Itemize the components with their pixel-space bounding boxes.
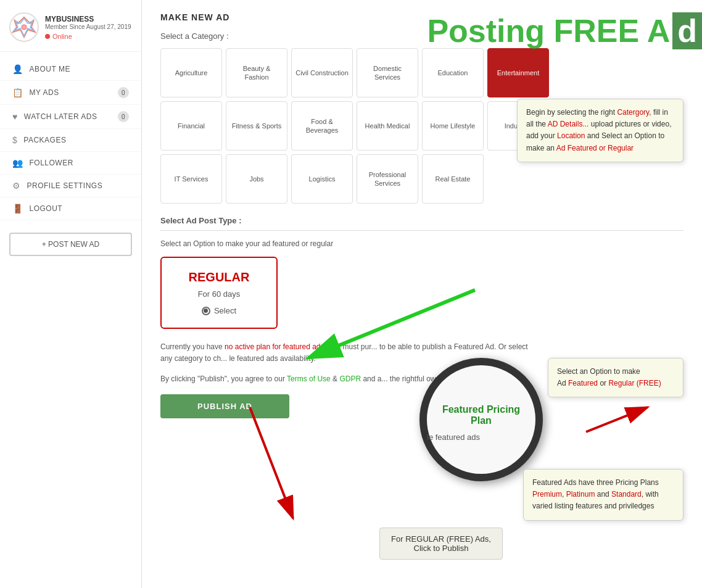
category-education[interactable]: Education xyxy=(422,48,484,97)
sidebar-item-logout[interactable]: 🚪 LOGOUT xyxy=(0,197,141,220)
sidebar-item-watchlater[interactable]: ♥ WATCH LATER ADS 0 xyxy=(0,105,141,129)
category-realestate[interactable]: Real Estate xyxy=(422,154,484,204)
sidebar-item-label: PACKAGES xyxy=(23,136,66,144)
dollar-icon: $ xyxy=(12,135,17,145)
tooltip-pricing-plans: Featured Ads have three Pricing Plans Pr… xyxy=(523,469,683,521)
banner-block: d xyxy=(672,12,702,49)
radio-dot-inner xyxy=(204,308,208,313)
magnifying-glass: Featured Pricing Plan le featured ads xyxy=(419,358,543,481)
category-health[interactable]: Health Medical xyxy=(357,101,418,151)
category-agriculture[interactable]: Agriculture xyxy=(160,48,222,97)
tooltip-category: Begin by selecting the right Catergory, … xyxy=(517,99,683,162)
svg-line-8 xyxy=(586,407,648,432)
main-content: Posting FREE A d MAKE NEW AD Select a Ca… xyxy=(142,0,702,588)
logout-icon: 🚪 xyxy=(12,204,23,213)
category-financial[interactable]: Financial xyxy=(160,101,222,151)
profile-name: MYBUSINESS xyxy=(45,15,132,23)
tooltip-featured-regular: Select an Option to makeAd Featured or R… xyxy=(548,358,683,397)
category-logistics[interactable]: Logistics xyxy=(291,154,353,204)
no-active-plan-highlight: no active plan for featured ads xyxy=(225,342,324,351)
radio-button[interactable] xyxy=(202,307,210,315)
category-beauty[interactable]: Beauty & Fashion xyxy=(226,48,287,97)
tooltip-featured-regular: Ad Featured or Regular xyxy=(556,144,634,152)
sidebar: MYBUSINESS Member Since August 27, 2019 … xyxy=(0,0,142,588)
category-domestic[interactable]: Domestic Services xyxy=(357,48,418,97)
divider xyxy=(160,230,683,231)
mag-glass-content: Featured Pricing Plan le featured ads xyxy=(427,398,535,442)
regular-title: REGULAR xyxy=(171,270,267,284)
category-professional[interactable]: Professional Services xyxy=(357,154,418,204)
sidebar-item-packages[interactable]: $ PACKAGES xyxy=(0,129,141,152)
free-ads-callout: For REGULAR (FREE) Ads, Click to Publish xyxy=(379,528,503,560)
sidebar-item-about[interactable]: 👤 ABOUT ME xyxy=(0,58,141,81)
heart-icon: ♥ xyxy=(12,112,18,122)
select-label: Select xyxy=(214,306,236,315)
free-callout-line2: Click to Publish xyxy=(389,544,493,553)
online-dot xyxy=(45,34,50,39)
online-text: Online xyxy=(52,33,72,40)
sidebar-item-label: LOGOUT xyxy=(30,204,63,213)
avatar xyxy=(9,12,39,42)
posting-free-banner: Posting FREE A d xyxy=(427,12,702,49)
sidebar-item-settings[interactable]: ⚙ PROFILE SETTINGS xyxy=(0,175,141,197)
tooltip-addetails: AD Details... xyxy=(548,120,589,128)
ads-icon: 📋 xyxy=(12,88,23,97)
sidebar-item-label: PROFILE SETTINGS xyxy=(27,181,103,190)
premium-label: Premium xyxy=(532,490,562,499)
category-fitness[interactable]: Fitness & Sports xyxy=(226,101,287,151)
platinum-label: Platinum xyxy=(566,490,595,499)
featured-plan-title: Featured Pricing Plan xyxy=(427,398,535,433)
banner-text: Posting FREE A xyxy=(427,15,670,47)
featured-plan-sub: le featured ads xyxy=(427,433,535,442)
my-ads-badge: 0 xyxy=(118,87,129,98)
person-icon: 👤 xyxy=(12,64,23,74)
sidebar-nav: 👤 ABOUT ME 📋 MY ADS 0 ♥ WATCH LATER ADS … xyxy=(0,58,141,220)
tooltip-catergory: Catergory xyxy=(617,108,649,117)
select-option-text: Select an Option to make your ad feature… xyxy=(160,239,683,248)
regular-card[interactable]: REGULAR For 60 days Select xyxy=(160,257,278,329)
sidebar-item-follower[interactable]: 👥 FOLLOWER xyxy=(0,152,141,175)
profile-info: MYBUSINESS Member Since August 27, 2019 … xyxy=(45,15,132,40)
online-badge: Online xyxy=(45,33,132,40)
category-it[interactable]: IT Services xyxy=(160,154,222,204)
sidebar-profile: MYBUSINESS Member Since August 27, 2019 … xyxy=(0,0,141,52)
followers-icon: 👥 xyxy=(12,158,23,168)
svg-line-6 xyxy=(250,407,293,518)
featured-label: Featured xyxy=(568,379,598,387)
terms-of-use-link[interactable]: Terms of Use xyxy=(287,375,331,383)
ad-post-type-label: Select Ad Post Type : xyxy=(160,216,683,225)
category-food[interactable]: Food & Beverages xyxy=(291,101,353,151)
category-civil[interactable]: Civil Construction xyxy=(291,48,353,97)
regular-days: For 60 days xyxy=(171,289,267,299)
mag-glass-circle: Featured Pricing Plan le featured ads xyxy=(419,358,543,481)
free-callout-line1: For REGULAR (FREE) Ads, xyxy=(389,534,493,544)
sidebar-item-myads[interactable]: 📋 MY ADS 0 xyxy=(0,81,141,105)
select-radio[interactable]: Select xyxy=(171,306,267,315)
category-home[interactable]: Home Lifestyle xyxy=(422,101,484,151)
publish-button[interactable]: PUBLISH AD xyxy=(160,394,289,418)
svg-point-2 xyxy=(22,25,27,30)
ad-post-type-section: Select Ad Post Type : Select an Option t… xyxy=(160,216,683,329)
sidebar-item-label: ABOUT ME xyxy=(30,65,70,73)
profile-since: Member Since August 27, 2019 xyxy=(45,23,132,30)
sidebar-item-label: WATCH LATER ADS xyxy=(24,112,97,121)
regular-free-label: Regular (FREE) xyxy=(608,379,661,387)
category-entertainment[interactable]: Entertainment xyxy=(487,48,549,97)
sidebar-item-label: FOLLOWER xyxy=(30,159,73,167)
post-new-button[interactable]: + POST NEW AD xyxy=(9,233,132,256)
standard-label: Standard xyxy=(611,490,642,499)
category-jobs[interactable]: Jobs xyxy=(226,154,287,204)
gear-icon: ⚙ xyxy=(12,181,21,191)
gdpr-link[interactable]: GDPR xyxy=(339,375,361,383)
watch-later-badge: 0 xyxy=(118,111,129,122)
sidebar-item-label: MY ADS xyxy=(30,88,59,97)
tooltip-location: Location xyxy=(557,131,585,140)
